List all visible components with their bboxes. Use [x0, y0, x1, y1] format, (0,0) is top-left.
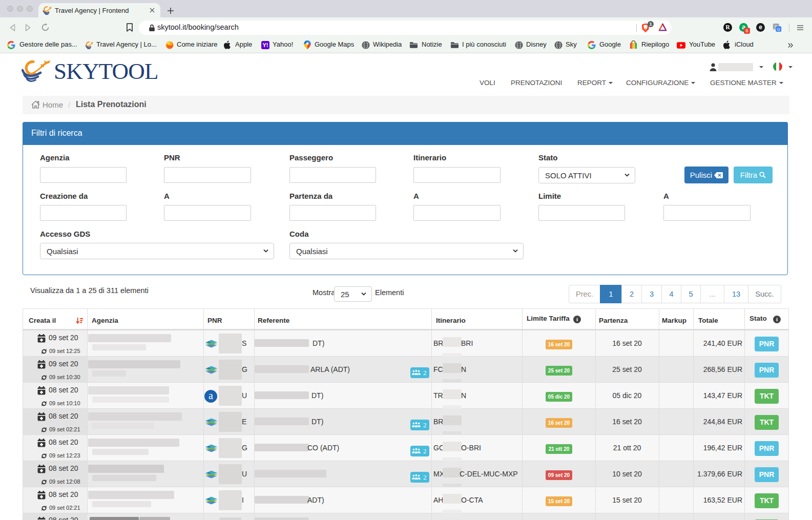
svg-text:G: G: [777, 27, 780, 32]
